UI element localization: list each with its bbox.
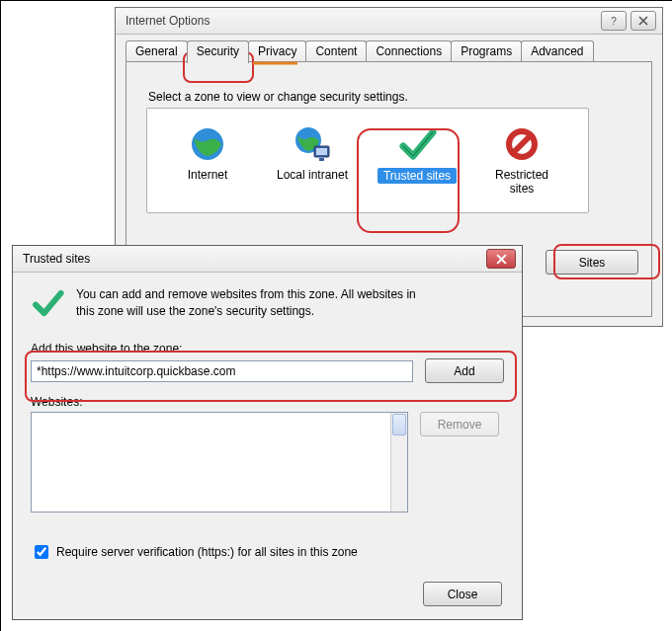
zone-restricted-sites[interactable]: Restricted sites	[469, 118, 574, 202]
require-https-checkbox[interactable]	[35, 545, 48, 559]
zone-local-intranet[interactable]: Local intranet	[260, 118, 365, 202]
trusted-sites-titlebar: Trusted sites	[13, 246, 522, 273]
tab-advanced[interactable]: Advanced	[521, 40, 593, 63]
sites-button[interactable]: Sites	[546, 250, 638, 275]
require-https-label: Require server verification (https:) for…	[56, 545, 358, 559]
add-website-input[interactable]	[31, 360, 413, 382]
zone-intranet-label: Local intranet	[277, 168, 348, 182]
tab-privacy[interactable]: Privacy	[248, 40, 306, 63]
add-website-label: Add this website to the zone:	[31, 342, 504, 355]
close-button[interactable]: Close	[423, 582, 502, 606]
checkmark-icon	[397, 124, 437, 164]
globe-monitor-icon	[293, 124, 332, 164]
zone-internet[interactable]: Internet	[155, 118, 260, 202]
tabs: General Security Privacy Content Connect…	[126, 40, 593, 63]
tab-programs[interactable]: Programs	[451, 40, 522, 63]
trusted-sites-intro: You can add and remove websites from thi…	[76, 286, 416, 320]
remove-button[interactable]: Remove	[420, 412, 499, 436]
internet-options-title: Internet Options	[126, 14, 597, 28]
require-https-row[interactable]: Require server verification (https:) for…	[31, 542, 504, 562]
trusted-sites-title: Trusted sites	[23, 252, 486, 266]
zone-trusted-sites[interactable]: Trusted sites	[365, 118, 469, 202]
close-icon[interactable]	[486, 249, 516, 269]
tab-connections[interactable]: Connections	[366, 40, 452, 63]
tab-general[interactable]: General	[126, 40, 188, 63]
zone-heading: Select a zone to view or change security…	[148, 90, 633, 104]
websites-listbox[interactable]	[31, 412, 408, 513]
zone-selector: Internet Local intranet	[146, 108, 589, 213]
zone-restricted-label: Restricted sites	[495, 168, 548, 197]
internet-options-titlebar: Internet Options ?	[116, 8, 662, 35]
tab-content[interactable]: Content	[305, 40, 367, 63]
scrollbar-thumb[interactable]	[392, 414, 406, 435]
checkmark-icon	[31, 286, 64, 320]
zone-internet-label: Internet	[188, 168, 228, 182]
scrollbar[interactable]	[390, 413, 407, 512]
zone-trusted-label: Trusted sites	[378, 168, 457, 184]
no-entry-icon	[502, 124, 542, 164]
add-button[interactable]: Add	[425, 358, 504, 383]
close-icon[interactable]	[630, 11, 656, 31]
svg-rect-4	[316, 148, 327, 155]
globe-icon	[188, 124, 227, 164]
svg-text:?: ?	[611, 16, 617, 26]
tab-security[interactable]: Security	[187, 40, 249, 63]
svg-rect-5	[319, 158, 324, 161]
trusted-sites-dialog: Trusted sites You can add and remove web…	[12, 245, 523, 620]
help-button[interactable]: ?	[601, 11, 627, 31]
websites-label: Websites:	[31, 395, 504, 409]
